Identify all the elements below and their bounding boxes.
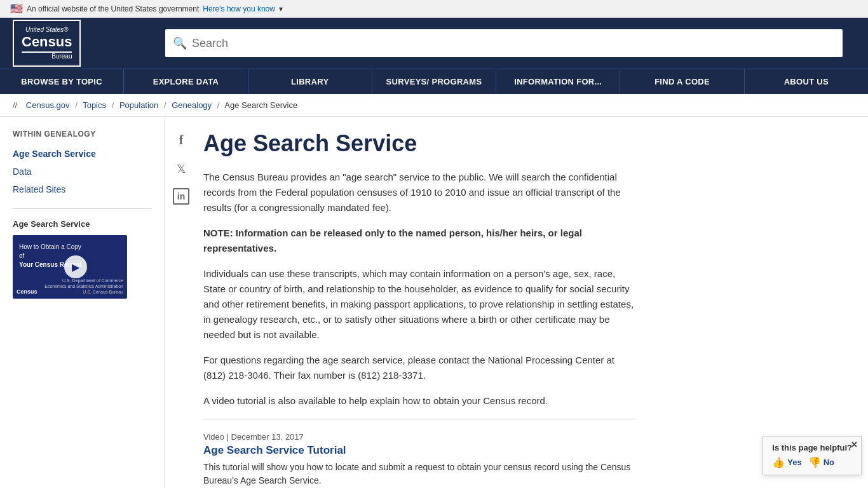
gov-banner-text: An official website of the United States… — [27, 4, 199, 13]
census-bureau-logo[interactable]: United States® Census Bureau — [13, 20, 81, 67]
breadcrumb-separator: / — [75, 100, 78, 110]
logo-area: United States® Census Bureau — [13, 20, 153, 67]
feedback-yes-label: Yes — [787, 458, 801, 467]
content-paragraph-3: Individuals can use these transcripts, w… — [203, 266, 635, 342]
breadcrumb-sep-start: // — [13, 100, 17, 110]
content-paragraph-5: A video tutorial is also available to he… — [203, 393, 635, 409]
thumbs-down-icon: 👎 — [808, 456, 821, 468]
how-you-know-link[interactable]: Here's how you know — [203, 4, 275, 13]
video-card-description: This tutorial will show you how to locat… — [203, 461, 635, 487]
content-wrapper: f 𝕏 in Age Search Service The Census Bur… — [165, 117, 868, 488]
search-input[interactable] — [192, 37, 835, 50]
feedback-no-button[interactable]: 👎 No — [808, 456, 834, 468]
feedback-no-label: No — [824, 458, 834, 467]
content-divider — [203, 419, 635, 419]
breadcrumb-population[interactable]: Population — [119, 100, 158, 110]
sidebar-item-related-sites[interactable]: Related Sites — [13, 180, 152, 198]
content-paragraph-1: The Census Bureau provides an "age searc… — [203, 170, 635, 215]
main-navigation: BROWSE BY TOPIC EXPLORE DATA LIBRARY SUR… — [0, 69, 868, 94]
sidebar-item-age-search-service[interactable]: Age Search Service — [13, 145, 152, 163]
breadcrumb: // Census.gov / Topics / Population / Ge… — [0, 94, 868, 117]
feedback-yes-button[interactable]: 👍 Yes — [772, 456, 801, 468]
search-icon: 🔍 — [173, 36, 187, 50]
nav-surveys-programs[interactable]: SURVEYS/ PROGRAMS — [372, 69, 496, 94]
feedback-widget: × Is this page helpful? 👍 Yes 👎 No — [763, 436, 862, 475]
feedback-buttons: 👍 Yes 👎 No — [772, 456, 852, 468]
video-card-title[interactable]: Age Search Service Tutorial — [203, 444, 635, 457]
social-icons-column: f 𝕏 in — [165, 130, 197, 205]
video-dept-text: U.S. Department of Commerce Economics an… — [44, 278, 123, 295]
nav-find-a-code[interactable]: FIND A CODE — [620, 69, 744, 94]
content-paragraph-4: For questions regarding the age search s… — [203, 353, 635, 383]
facebook-icon[interactable]: f — [171, 130, 191, 150]
linkedin-icon[interactable]: in — [173, 188, 189, 205]
play-button[interactable]: ▶ — [64, 255, 87, 278]
video-census-logo: Census — [17, 288, 37, 295]
breadcrumb-separator: / — [164, 100, 166, 110]
main-content-area: Age Search Service The Census Bureau pro… — [165, 117, 648, 488]
video-card: Video | December 13, 2017 Age Search Ser… — [203, 430, 635, 487]
nav-explore-data[interactable]: EXPLORE DATA — [124, 69, 248, 94]
feedback-title: Is this page helpful? — [772, 443, 852, 452]
nav-about-us[interactable]: ABOUT US — [745, 69, 868, 94]
logo-census: Census — [22, 34, 72, 53]
us-flag-icon: 🇺🇸 — [10, 3, 23, 15]
content-body: The Census Bureau provides an "age searc… — [203, 170, 635, 487]
chevron-down-icon: ▾ — [279, 4, 283, 13]
sidebar-item-data[interactable]: Data — [13, 163, 152, 180]
twitter-icon[interactable]: 𝕏 — [171, 159, 191, 179]
sidebar-video-section-title: Age Search Service — [13, 219, 152, 229]
site-header: United States® Census Bureau 🔍 — [0, 18, 868, 69]
gov-banner: 🇺🇸 An official website of the United Sta… — [0, 0, 868, 18]
nav-browse-by-topic[interactable]: BROWSE BY TOPIC — [0, 69, 124, 94]
breadcrumb-census-gov[interactable]: Census.gov — [26, 100, 70, 110]
sidebar-divider — [13, 208, 152, 209]
page-title: Age Search Service — [203, 130, 635, 157]
sidebar-within-label: WITHIN GENEALOGY — [13, 130, 152, 139]
thumbs-up-icon: 👍 — [772, 456, 785, 468]
breadcrumb-separator: / — [112, 100, 114, 110]
sidebar: WITHIN GENEALOGY Age Search Service Data… — [0, 117, 165, 488]
feedback-close-button[interactable]: × — [851, 439, 857, 451]
main-layout: WITHIN GENEALOGY Age Search Service Data… — [0, 117, 868, 488]
sidebar-video-thumbnail[interactable]: How to Obtain a Copy of Your Census Reco… — [13, 235, 127, 299]
nav-library[interactable]: LIBRARY — [248, 69, 372, 94]
logo-united-states: United States® — [22, 26, 72, 34]
breadcrumb-genealogy[interactable]: Genealogy — [172, 100, 212, 110]
video-meta: Video | December 13, 2017 — [203, 432, 635, 442]
search-box[interactable]: 🔍 — [165, 29, 843, 57]
logo-bureau: Bureau — [22, 53, 72, 60]
nav-information-for[interactable]: INFORMATION FOR... — [496, 69, 620, 94]
content-note: NOTE: Information can be released only t… — [203, 226, 635, 256]
breadcrumb-topics[interactable]: Topics — [83, 100, 106, 110]
breadcrumb-current: Age Search Service — [224, 100, 297, 110]
breadcrumb-separator: / — [217, 100, 220, 110]
